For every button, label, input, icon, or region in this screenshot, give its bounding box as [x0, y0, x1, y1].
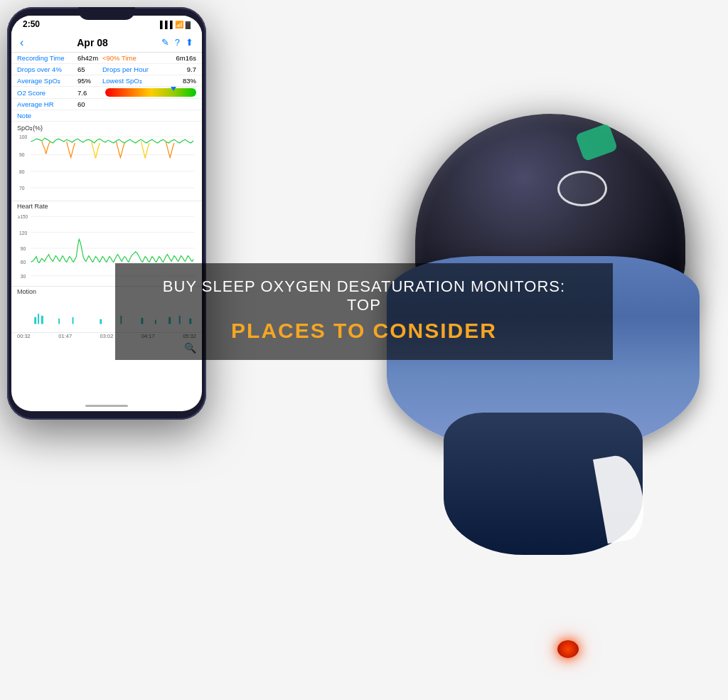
status-time: 2:50 [23, 19, 40, 29]
battery-icon: ▓ [186, 21, 191, 28]
note-row: Note [11, 110, 202, 122]
o2-score-value: 7.6 [77, 89, 102, 97]
drops-row: Drops over 4% 65 Drops per Hour 9.7 [11, 64, 202, 75]
spo2-chart: 100 90 80 70 [17, 132, 196, 196]
avg-hr-label: Average HR [17, 100, 77, 108]
oximeter-circle [557, 171, 607, 206]
spo2-chart-section: SpO₂(%) 100 90 80 70 [11, 123, 202, 201]
back-button[interactable]: ‹ [20, 36, 23, 49]
edit-icon[interactable]: ✎ [161, 37, 169, 48]
help-icon[interactable]: ? [175, 37, 180, 48]
o2-indicator [171, 87, 176, 91]
recording-time-value: 6h42m [77, 54, 102, 62]
data-table: Recording Time 6h42m <90% Time 6m16s Dro… [11, 53, 202, 122]
svg-text:100: 100 [19, 134, 28, 139]
home-indicator [85, 405, 128, 407]
hr-chart-label: Heart Rate [17, 203, 196, 210]
overlay-line2: PLACES TO CONSIDER [144, 319, 584, 343]
recording-time-label: Recording Time [17, 54, 77, 62]
lowest-spo2-value: 83% [159, 77, 196, 85]
time-label-2: 01:47 [58, 333, 72, 339]
oximeter-teal-accent [575, 123, 619, 162]
svg-text:90: 90 [21, 246, 26, 251]
svg-rect-20 [41, 316, 43, 324]
app-header: ‹ Apr 08 ✎ ? ⬆ [11, 33, 202, 53]
text-overlay: BUY SLEEP OXYGEN DESATURATION MONITORS: … [115, 263, 613, 360]
oximeter-led [557, 640, 579, 658]
lowest-spo2-label: Lowest SpO₂ [102, 77, 159, 85]
svg-rect-21 [58, 319, 60, 324]
phone-notch [78, 7, 135, 20]
svg-rect-22 [73, 317, 74, 324]
svg-rect-18 [34, 317, 36, 324]
svg-rect-19 [38, 314, 39, 324]
overlay-line1: BUY SLEEP OXYGEN DESATURATION MONITORS: … [144, 277, 584, 314]
svg-rect-23 [100, 319, 102, 324]
avg-hr-value: 60 [77, 100, 102, 108]
svg-text:80: 80 [19, 169, 25, 174]
spo2-row: Average SpO₂ 95% Lowest SpO₂ 83% [11, 75, 202, 87]
header-icons: ✎ ? ⬆ [161, 37, 193, 48]
note-label: Note [17, 112, 77, 120]
wifi-icon: 📶 [175, 21, 183, 28]
drops-value: 65 [77, 65, 102, 73]
svg-text:30: 30 [21, 274, 26, 279]
o2-score-label: O2 Score [17, 89, 77, 97]
recording-time-row: Recording Time 6h42m <90% Time 6m16s [11, 53, 202, 64]
signal-icon: ▐▐▐ [157, 21, 172, 28]
time-label-3: 03:02 [100, 333, 114, 339]
svg-text:90: 90 [19, 152, 25, 157]
avg-hr-row: Average HR 60 [11, 99, 202, 110]
svg-text:120: 120 [19, 230, 28, 235]
status-icons: ▐▐▐ 📶 ▓ [157, 21, 191, 28]
svg-text:70: 70 [19, 186, 25, 191]
drops-per-hour-label: Drops per Hour [102, 65, 159, 73]
drops-per-hour-value: 9.7 [159, 65, 196, 73]
sub90-value: 6m16s [159, 54, 196, 62]
time-label-1: 00:32 [17, 333, 31, 339]
o2-score-row: O2 Score 7.6 [11, 87, 202, 99]
drops-label: Drops over 4% [17, 65, 77, 73]
sub90-label: <90% Time [102, 54, 159, 62]
spo2-chart-label: SpO₂(%) [17, 124, 196, 132]
header-date: Apr 08 [77, 37, 108, 48]
avg-spo2-value: 95% [77, 77, 102, 85]
svg-text:≥150: ≥150 [18, 214, 28, 219]
share-icon[interactable]: ⬆ [186, 37, 193, 48]
svg-text:60: 60 [21, 260, 26, 265]
o2-bar [105, 88, 196, 97]
avg-spo2-label: Average SpO₂ [17, 77, 77, 85]
